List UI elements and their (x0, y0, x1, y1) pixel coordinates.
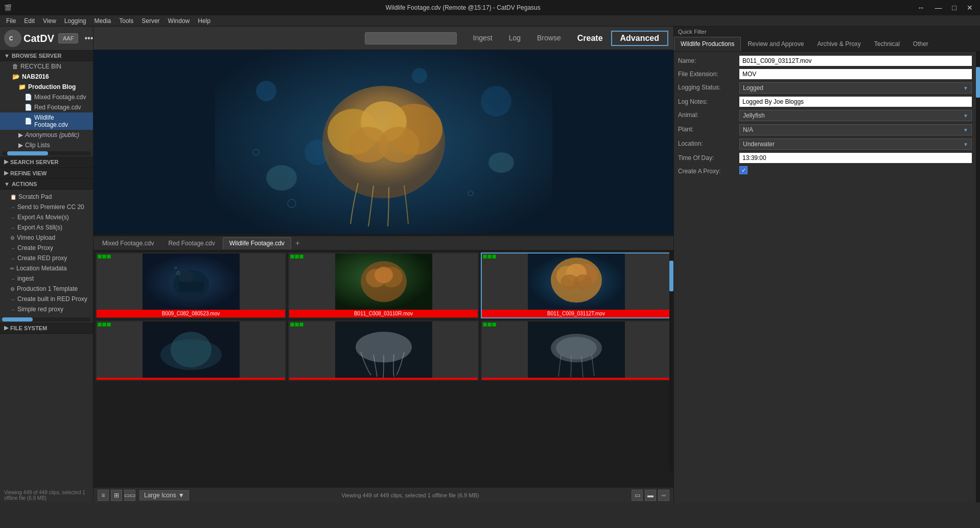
panel-content-wrapper: Name: File Extension: Logging Status: (674, 52, 980, 502)
footage-tab-wildlife[interactable]: Wildlife Footage.cdv (223, 237, 291, 249)
search-input[interactable] (365, 32, 457, 44)
red-footage-item[interactable]: 📄 Red Footage.cdv (0, 102, 93, 112)
nav-toolbar: Ingest Log Browse Create Advanced (94, 27, 673, 50)
recycle-bin-item[interactable]: 🗑 RECYCLE BIN (0, 61, 93, 72)
resize-icon[interactable]: ↔ (915, 4, 928, 12)
panel-tab-wildlife[interactable]: Wildlife Productions (674, 37, 741, 51)
footage-tab-red[interactable]: Red Footage.cdv (161, 237, 221, 249)
h-scrollbar[interactable] (2, 151, 91, 155)
action-export-still[interactable]: → Export As Still(s) (0, 222, 93, 233)
browse-server-header[interactable]: ▼ BROWSE SERVER (0, 51, 93, 61)
minimize-button[interactable]: — (932, 4, 945, 12)
nav-ingest[interactable]: Ingest (465, 31, 501, 46)
wildlife-footage-item[interactable]: 📄 Wildlife Footage.cdv (0, 112, 93, 130)
list-view-icon[interactable]: ≡ (98, 490, 109, 501)
thumb-label-6 (482, 378, 670, 380)
thumb-dot-2c (299, 255, 304, 259)
filmstrip-view-icon[interactable]: ▭▭ (124, 490, 135, 501)
maximize-button[interactable]: □ (949, 4, 960, 12)
mixed-footage-item[interactable]: 📄 Mixed Footage.cdv (0, 92, 93, 102)
thumbnail-item-2[interactable]: B011_C008_03110R.mov (288, 252, 479, 318)
file-system-header[interactable]: ▶ FILE SYSTEM (0, 323, 93, 334)
thumb-image-3 (482, 254, 670, 310)
anonymous-item[interactable]: ▶ Anonymous (public) (0, 130, 93, 140)
grid-vscrollbar[interactable] (669, 250, 673, 472)
action-location-meta[interactable]: ✏ Location Metadata (0, 263, 93, 273)
production-blog-item[interactable]: 📁 Production Blog (0, 82, 93, 92)
thumb-image-4 (97, 322, 285, 378)
add-tab-button[interactable]: + (292, 238, 303, 249)
action-create-red-proxy[interactable]: → Create RED proxy (0, 253, 93, 263)
panel-tab-technical[interactable]: Technical (868, 37, 906, 51)
ext-input[interactable] (739, 69, 972, 79)
view-dropdown[interactable]: Large Icons ▼ (139, 490, 189, 500)
menu-help[interactable]: Help (194, 16, 215, 26)
gear-icon-1: ⚙ (10, 235, 15, 241)
layout-3-icon[interactable]: ▫▫ (658, 490, 669, 501)
animal-select[interactable]: Jellyfish ▼ (739, 110, 972, 121)
sidebar-status: Viewing 449 of 449 clips, selected 1 off… (0, 488, 93, 502)
action-simple-red[interactable]: → Simple red proxy (0, 304, 93, 314)
nav-advanced[interactable]: Advanced (611, 31, 668, 46)
thumb-dots-4 (98, 323, 111, 327)
refine-view-header[interactable]: ▶ REFINE VIEW (0, 168, 93, 179)
field-value-name (739, 56, 972, 66)
action-ingest[interactable]: → ingest (0, 273, 93, 284)
clip-lists-item[interactable]: ▶ Clip Lists (0, 140, 93, 150)
nab2016-item[interactable]: 📂 NAB2016 (0, 72, 93, 82)
panel-vscrollbar[interactable] (976, 52, 980, 502)
logging-select[interactable]: Logged ▼ (739, 82, 972, 94)
menu-window[interactable]: Window (164, 16, 194, 26)
action-create-built-in-red[interactable]: → Create built in RED Proxy (0, 294, 93, 304)
create-proxy-checkbox[interactable]: ✓ (739, 166, 748, 174)
layout-2-icon[interactable]: ▬ (645, 490, 656, 501)
panel-tab-other[interactable]: Other (906, 37, 935, 51)
action-production-template[interactable]: ⚙ Production 1 Template (0, 284, 93, 294)
footage-tab-mixed[interactable]: Mixed Footage.cdv (96, 237, 160, 249)
thumbnail-item-5[interactable] (288, 320, 479, 381)
close-button[interactable]: ✕ (964, 4, 976, 12)
action-scratch-pad[interactable]: 📋 Scratch Pad (0, 192, 93, 202)
name-input[interactable] (739, 56, 972, 66)
actions-header[interactable]: ▼ ACTIONS (0, 179, 93, 190)
thumbnail-item-6[interactable] (481, 320, 671, 381)
grid-view-icon[interactable]: ⊞ (111, 490, 122, 501)
quick-filter-label: Quick Filter (674, 27, 980, 37)
field-value-plant: N/A ▼ (739, 124, 972, 135)
menu-tools[interactable]: Tools (115, 16, 137, 26)
action-create-proxy[interactable]: → Create Proxy (0, 243, 93, 253)
field-value-time (739, 153, 972, 163)
menu-server[interactable]: Server (137, 16, 164, 26)
layout-1-icon[interactable]: ▭ (632, 490, 643, 501)
plant-value: N/A (743, 126, 753, 133)
menu-view[interactable]: View (39, 16, 60, 26)
lognotes-input[interactable] (739, 97, 972, 107)
action-send-premiere[interactable]: → Send to Premiere CC 20 (0, 202, 93, 212)
thumb-label-4 (97, 378, 285, 380)
thumbnail-item-3[interactable]: B011_C009_03112T.mov (481, 252, 671, 318)
plant-select[interactable]: N/A ▼ (739, 124, 972, 135)
panel-tab-review[interactable]: Review and Approve (741, 37, 810, 51)
menu-media[interactable]: Media (90, 16, 115, 26)
thumbnail-item-1[interactable]: B009_C082_080523.mov (96, 252, 286, 318)
search-server-header[interactable]: ▶ SEARCH SERVER (0, 156, 93, 168)
sidebar-bottom-scrollbar[interactable] (2, 317, 91, 322)
aaf-button[interactable]: AAF (58, 33, 78, 43)
svg-point-28 (375, 267, 393, 283)
location-select[interactable]: Underwater ▼ (739, 139, 972, 150)
thumb-dots-5 (290, 323, 304, 327)
nav-browse[interactable]: Browse (529, 31, 569, 46)
menu-edit[interactable]: Edit (20, 16, 39, 26)
menu-logging[interactable]: Logging (60, 16, 90, 26)
nav-log[interactable]: Log (501, 31, 529, 46)
nav-create[interactable]: Create (569, 31, 611, 46)
menu-file[interactable]: File (2, 16, 20, 26)
panel-tab-archive[interactable]: Archive & Proxy (810, 37, 867, 51)
action-export-movie[interactable]: → Export As Movie(s) (0, 212, 93, 222)
thumbnail-item-4[interactable] (96, 320, 286, 381)
action-vimeo[interactable]: ⚙ Vimeo Upload (0, 233, 93, 243)
more-button[interactable]: ••• (82, 32, 94, 45)
field-row-lognotes: Log Notes: (678, 97, 972, 107)
app-icon: 🎬 (4, 4, 12, 11)
time-input[interactable] (739, 153, 972, 163)
